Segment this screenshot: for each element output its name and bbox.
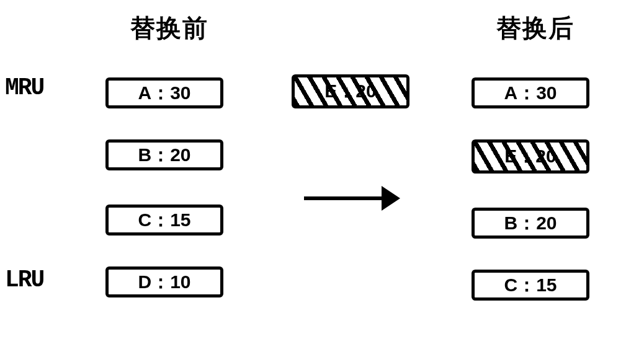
arrow-line bbox=[304, 196, 385, 200]
before-row-4-text: D：10 bbox=[138, 270, 190, 295]
before-row-3: C：15 bbox=[105, 205, 223, 236]
after-row-3-text: B：20 bbox=[504, 211, 557, 236]
arrow-head bbox=[382, 186, 400, 211]
after-row-2-text: E：20 bbox=[504, 144, 556, 169]
before-row-4: D：10 bbox=[105, 266, 223, 297]
after-row-4-text: C：15 bbox=[504, 273, 557, 298]
arrow-icon bbox=[304, 186, 403, 211]
heading-after: 替换后 bbox=[496, 11, 575, 45]
incoming-element: E：20 bbox=[292, 74, 409, 108]
before-row-2-text: B：20 bbox=[138, 143, 190, 168]
heading-before: 替换前 bbox=[130, 11, 208, 45]
diagram-canvas: 替换前 替换后 MRU LRU A：30 B：20 C：15 D：10 E：20… bbox=[0, 0, 644, 339]
after-row-1-text: A：30 bbox=[504, 81, 557, 106]
before-row-1: A：30 bbox=[105, 77, 223, 108]
label-lru: LRU bbox=[5, 266, 43, 293]
label-mru: MRU bbox=[5, 74, 43, 101]
before-row-1-text: A：30 bbox=[138, 81, 190, 106]
before-row-2: B：20 bbox=[105, 139, 223, 170]
after-row-2: E：20 bbox=[472, 139, 589, 174]
after-row-1: A：30 bbox=[472, 77, 589, 108]
after-row-4: C：15 bbox=[472, 270, 589, 301]
after-row-3: B：20 bbox=[472, 208, 589, 239]
incoming-element-text: E：20 bbox=[324, 79, 376, 104]
before-row-3-text: C：15 bbox=[138, 208, 190, 233]
